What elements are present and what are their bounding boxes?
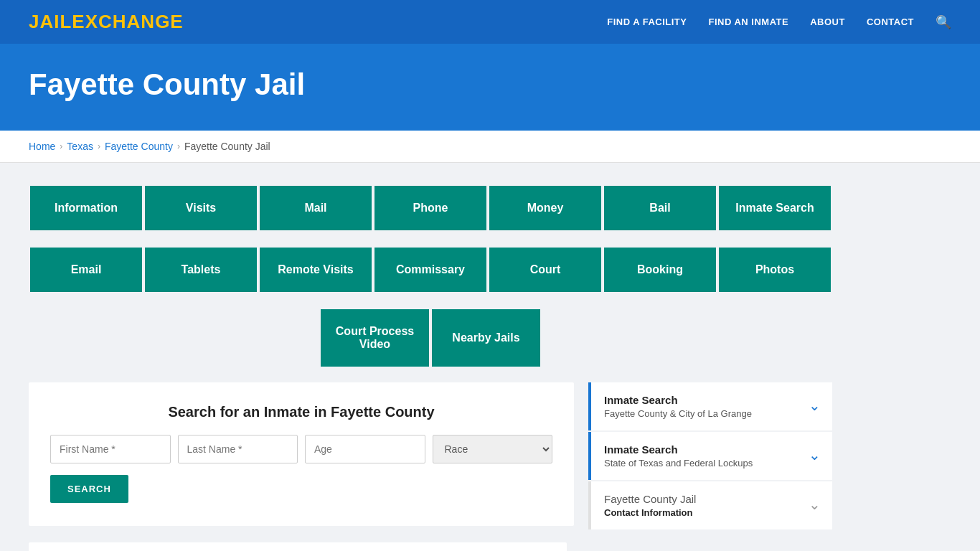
breadcrumb-fayette-county[interactable]: Fayette County [105,141,173,152]
breadcrumb-sep-3: › [177,141,180,151]
race-select[interactable]: Race White Black Hispanic Asian Other [433,435,553,463]
last-name-input[interactable] [178,435,298,463]
search-icon-button[interactable]: 🔍 [936,14,951,30]
main-content: Information Visits Mail Phone Money Bail… [0,163,980,551]
first-name-input[interactable] [50,435,171,463]
header: JAILEXCHANGE FIND A FACILITY FIND AN INM… [0,0,980,46]
grid-btn-photos[interactable]: Photos [717,246,832,293]
age-input[interactable] [305,435,425,463]
sidebar-item-3-title: Fayette County Jail [604,493,696,505]
inmate-search-box: Search for an Inmate in Fayette County R… [29,382,574,526]
grid-btn-tablets[interactable]: Tablets [143,246,258,293]
info-section: Fayette County Jail Information [29,542,567,551]
grid-btn-phone[interactable]: Phone [373,184,488,232]
sidebar-item-inmate-search-county[interactable]: Inmate Search Fayette County & City of L… [588,382,832,430]
logo-part2: EXCHANGE [72,11,183,32]
chevron-down-icon-2: ⌄ [809,446,821,463]
grid-btn-nearby-jails[interactable]: Nearby Jails [430,308,542,368]
grid-btn-booking[interactable]: Booking [603,246,717,293]
sidebar: Inmate Search Fayette County & City of L… [588,382,832,531]
nav-contact[interactable]: CONTACT [867,17,914,27]
grid-btn-remote-visits[interactable]: Remote Visits [258,246,373,293]
grid-btn-court[interactable]: Court [488,246,603,293]
grid-row-1: Information Visits Mail Phone Money Bail… [29,184,832,232]
nav-find-facility[interactable]: FIND A FACILITY [607,17,687,27]
grid-btn-money[interactable]: Money [488,184,603,232]
grid-btn-commissary[interactable]: Commissary [373,246,488,293]
search-title: Search for an Inmate in Fayette County [50,404,552,420]
search-button[interactable]: SEARCH [50,475,128,503]
chevron-down-icon-1: ⌄ [809,397,821,414]
grid-btn-inmate-search[interactable]: Inmate Search [717,184,832,232]
breadcrumb-sep-1: › [60,141,62,151]
breadcrumb-sep-2: › [98,141,100,151]
grid-btn-court-process-video[interactable]: Court Process Video [319,308,430,368]
sidebar-item-2-subtitle: State of Texas and Federal Lockups [604,458,753,468]
nav-about[interactable]: ABOUT [810,17,845,27]
grid-btn-visits[interactable]: Visits [143,184,258,232]
breadcrumb: Home › Texas › Fayette County › Fayette … [29,141,951,152]
breadcrumb-home[interactable]: Home [29,141,55,152]
grid-btn-email[interactable]: Email [29,246,143,293]
grid-btn-bail[interactable]: Bail [603,184,717,232]
sidebar-item-2-title: Inmate Search [604,443,753,456]
breadcrumb-current: Fayette County Jail [184,141,270,152]
grid-btn-mail[interactable]: Mail [258,184,373,232]
page-title: Fayette County Jail [29,67,951,102]
logo-part1: JAIL [29,11,72,32]
hero-section: Fayette County Jail [0,46,980,131]
sidebar-item-3-subtitle: Contact Information [604,507,696,518]
sidebar-item-1-title: Inmate Search [604,394,752,406]
breadcrumb-texas[interactable]: Texas [67,141,93,152]
main-nav: FIND A FACILITY FIND AN INMATE ABOUT CON… [607,14,951,30]
search-fields: Race White Black Hispanic Asian Other [50,435,552,463]
sidebar-item-contact-info[interactable]: Fayette County Jail Contact Information … [588,481,832,529]
nav-find-inmate[interactable]: FIND AN INMATE [708,17,788,27]
grid-row-3: Court Process Video Nearby Jails [29,308,832,368]
chevron-down-icon-3: ⌄ [809,496,821,513]
logo[interactable]: JAILEXCHANGE [29,11,184,33]
grid-btn-information[interactable]: Information [29,184,143,232]
breadcrumb-bar: Home › Texas › Fayette County › Fayette … [0,131,980,163]
grid-row-2: Email Tablets Remote Visits Commissary C… [29,246,832,293]
sidebar-item-inmate-search-state[interactable]: Inmate Search State of Texas and Federal… [588,432,832,480]
sidebar-item-1-subtitle: Fayette County & City of La Grange [604,408,752,419]
two-col-layout: Search for an Inmate in Fayette County R… [29,382,832,531]
